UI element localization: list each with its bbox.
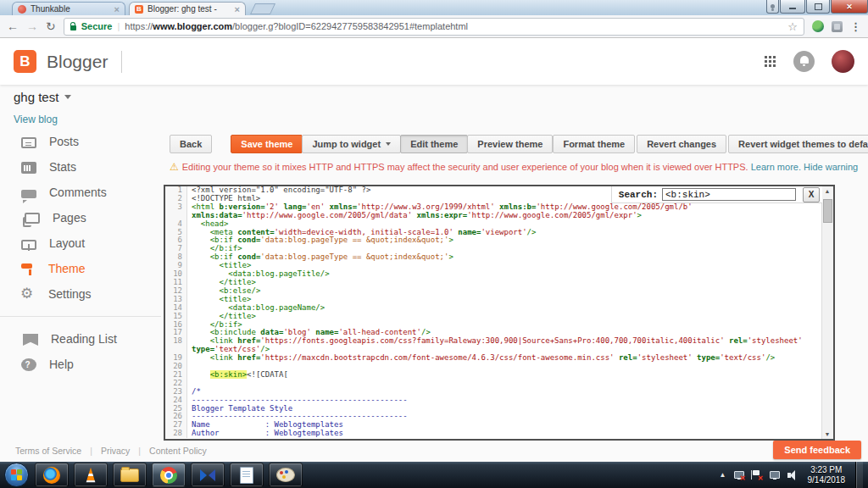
volume-icon[interactable] (787, 470, 798, 480)
line-number: 15 (165, 313, 187, 321)
sidebar-item-stats[interactable]: Stats (0, 154, 161, 180)
taskbar-app-chrome[interactable] (152, 463, 186, 487)
code-line: 6 <b:if cond='data:blog.pageType == &quo… (165, 236, 822, 245)
sidebar-item-label: Comments (49, 186, 107, 199)
sidebar-item-label: Pages (53, 211, 86, 225)
show-desktop-button[interactable] (855, 462, 863, 488)
avatar[interactable] (832, 50, 854, 73)
blog-name: ghg test (14, 90, 58, 104)
taskbar-clock[interactable]: 3:23 PM 9/14/2018 (808, 465, 846, 485)
sidebar-item-label: Theme (48, 262, 86, 275)
theme-icon (20, 261, 36, 276)
code-editor[interactable]: Search: X 1<?xml version="1.0" encoding=… (164, 185, 835, 441)
window-maximize-button[interactable] (806, 0, 830, 14)
jump-to-widget-button[interactable]: Jump to widget (302, 135, 401, 153)
browser-tab-thunkable[interactable]: Thunkable × (12, 2, 125, 15)
sidebar-item-comments[interactable]: Comments (0, 180, 161, 205)
tab-close-icon[interactable]: × (235, 5, 240, 14)
send-feedback-button[interactable]: Send feedback (773, 441, 861, 459)
windows-taskbar: ▲ ✕ ✕ 3:23 PM 9/14/2018 (0, 462, 868, 488)
revert-changes-button[interactable]: Revert changes (637, 135, 726, 153)
scroll-up-arrow[interactable]: ▲ (822, 188, 832, 194)
tab-title: Blogger: ghg test - (147, 4, 231, 14)
browser-tab-blogger[interactable]: B Blogger: ghg test - × (129, 2, 246, 15)
secure-label: Secure (81, 21, 113, 31)
sidebar-item-layout[interactable]: Layout (0, 230, 161, 256)
tab-title: Thunkable (31, 4, 110, 14)
scrollbar-thumb[interactable] (823, 199, 832, 223)
search-close-button[interactable]: X (803, 187, 820, 202)
save-theme-button[interactable]: Save theme (231, 135, 303, 153)
back-button[interactable]: Back (170, 135, 212, 153)
edit-theme-button[interactable]: Edit theme (400, 135, 468, 153)
help-icon (21, 358, 36, 371)
window-close-button[interactable] (831, 0, 868, 14)
taskbar-app-visual-studio[interactable] (191, 463, 225, 487)
footer-link-terms-of-service[interactable]: Terms of Service (15, 446, 81, 456)
blog-band: ghg test View blog (14, 90, 71, 125)
taskbar-app-explorer[interactable] (113, 463, 147, 487)
learn-more-link[interactable]: Learn more. (751, 162, 801, 172)
footer-link-content-policy[interactable]: Content Policy (149, 446, 207, 456)
code-text: <data:blog.pageTitle/> (187, 270, 822, 279)
taskbar-app-paint[interactable] (269, 463, 303, 487)
code-line: 3<html b:version='2' lang='en' xmlns='ht… (165, 203, 822, 220)
network-error-icon[interactable]: ✕ (733, 470, 744, 480)
notifications-bell-icon[interactable] (793, 51, 815, 72)
visual-studio-icon (200, 469, 215, 482)
url-bar[interactable]: Secure | https://www.blogger.com/blogger… (64, 18, 804, 36)
format-theme-button[interactable]: Format theme (553, 135, 635, 153)
blogger-logo[interactable]: B (14, 50, 36, 73)
hide-warning-link[interactable]: Hide warning (804, 162, 858, 172)
network-icon[interactable] (769, 470, 780, 480)
back-nav-icon[interactable]: ← (7, 20, 19, 32)
taskbar-app-vlc[interactable] (74, 463, 108, 487)
new-tab-button[interactable] (250, 3, 275, 14)
code-text (187, 380, 822, 388)
tab-close-icon[interactable]: × (114, 5, 120, 14)
jump-to-widget-label: Jump to widget (312, 139, 381, 149)
editor-scrollbar[interactable]: ▲ ▼ (821, 186, 833, 439)
action-center-icon[interactable]: ✕ (751, 470, 762, 480)
sidebar-item-reading-list[interactable]: Reading List (0, 326, 161, 352)
extension-pdf-icon[interactable] (832, 21, 843, 32)
blog-name-dropdown[interactable]: ghg test (14, 90, 71, 104)
sidebar-item-settings[interactable]: Settings (0, 281, 161, 307)
code-line: 12 <b:else/> (165, 287, 822, 296)
google-apps-icon[interactable] (765, 56, 776, 68)
reload-icon[interactable]: ↻ (46, 20, 56, 32)
view-blog-link[interactable]: View blog (14, 114, 71, 125)
thunkable-favicon (18, 5, 26, 14)
scroll-down-arrow[interactable]: ▼ (822, 431, 832, 437)
profile-icon[interactable] (766, 0, 779, 14)
code-lines[interactable]: 1<?xml version="1.0" encoding="UTF-8" ?>… (165, 186, 822, 439)
browser-menu-icon[interactable]: ⋮ (850, 20, 861, 33)
code-text: <b:if cond='data:blog.pageType == &quot;… (187, 253, 822, 262)
start-button[interactable] (4, 463, 29, 487)
sidebar-item-pages[interactable]: Pages (0, 205, 161, 230)
sidebar-item-theme[interactable]: Theme (0, 256, 161, 281)
taskbar-app-notepad[interactable] (230, 463, 264, 487)
code-text: Author : Weblogtemplates (187, 430, 822, 438)
forward-nav-icon[interactable]: → (26, 20, 38, 32)
code-text: <link href='https://maxcdn.bootstrapcdn.… (187, 354, 822, 363)
line-number: 2 (165, 195, 187, 203)
taskbar-app-firefox[interactable] (35, 463, 69, 487)
url-path: /blogger.g?blogID=6229427759583842951#te… (232, 21, 468, 31)
preview-theme-button[interactable]: Preview theme (467, 135, 553, 153)
search-input[interactable] (662, 188, 796, 201)
browser-tab-strip: Thunkable × B Blogger: ghg test - × (0, 0, 868, 15)
sidebar-item-posts[interactable]: Posts (0, 129, 161, 154)
extension-globe-icon[interactable] (812, 20, 824, 32)
code-line: 21 <b:skin><![CDATA[ (165, 371, 822, 380)
stats-icon (21, 162, 36, 174)
line-number: 28 (165, 430, 187, 438)
line-number: 4 (165, 220, 187, 229)
window-minimize-button[interactable] (780, 0, 805, 14)
footer-link-privacy[interactable]: Privacy (101, 446, 130, 456)
sidebar-main-group: PostsStatsCommentsPagesLayoutThemeSettin… (0, 129, 161, 307)
hidden-icons-chevron[interactable]: ▲ (720, 471, 726, 479)
revert-widget-themes-button[interactable]: Revert widget themes to default (728, 135, 868, 153)
bookmark-star-icon[interactable]: ☆ (787, 20, 798, 33)
sidebar-item-help[interactable]: Help (0, 352, 161, 377)
